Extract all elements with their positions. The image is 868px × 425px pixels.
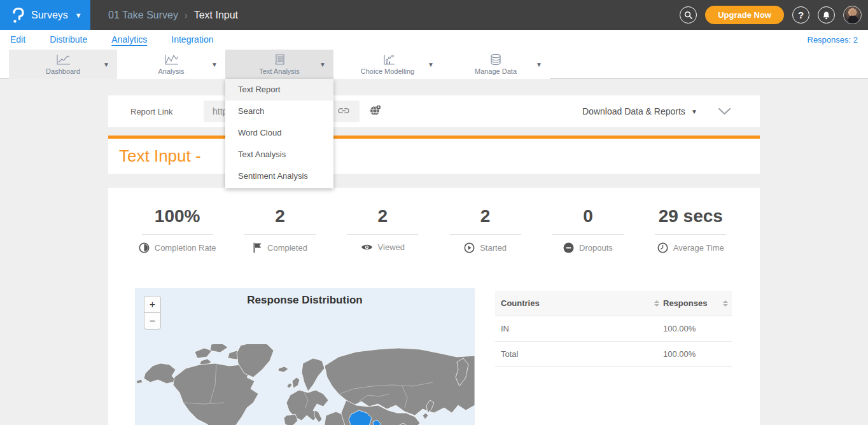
- sort-responses-icon[interactable]: [719, 300, 732, 307]
- nav-item-integration[interactable]: Integration: [171, 34, 213, 46]
- countries-table-header: Countries Responses: [495, 291, 732, 316]
- bell-icon: [822, 11, 830, 20]
- analytics-summary-card: 100% Completion Rate 2: [108, 188, 760, 425]
- question-title: Text Input -: [119, 139, 201, 174]
- stats-row: 100% Completion Rate 2: [108, 188, 760, 253]
- breadcrumb-current-page: Text Input: [194, 10, 238, 21]
- sort-countries-icon[interactable]: [650, 300, 663, 307]
- completion-rate-icon: [139, 242, 150, 253]
- menu-item-word-cloud[interactable]: Word Cloud: [225, 122, 333, 144]
- nav-item-edit[interactable]: Edit: [10, 34, 25, 46]
- text-analysis-report-icon: [273, 53, 286, 66]
- product-switcher[interactable]: Surveys ▼: [0, 0, 90, 30]
- user-avatar[interactable]: [843, 6, 862, 24]
- report-link-bar: Report Link Download Data & Reports ▼: [108, 95, 760, 127]
- stat-completion-rate: 100% Completion Rate: [126, 206, 228, 253]
- responses-cell: 100.00%: [663, 324, 719, 333]
- text-analysis-dropdown-menu: Text Report Search Word Cloud Text Analy…: [225, 79, 333, 188]
- analytics-toolbar: Dashboard ▼ Analysis ▼: [0, 50, 868, 79]
- responses-count[interactable]: Responses: 2: [808, 30, 858, 50]
- download-data-reports-dropdown[interactable]: Download Data & Reports ▼: [582, 95, 697, 127]
- eye-icon: [361, 243, 373, 251]
- chevron-down-icon[interactable]: ▼: [211, 61, 218, 68]
- menu-item-text-report[interactable]: Text Report: [225, 79, 333, 101]
- choice-modelling-chart-icon: [379, 53, 396, 66]
- chevron-down-icon: ▼: [691, 108, 697, 115]
- question-title-card: Text Input -: [108, 139, 760, 174]
- map-zoom-controls: + −: [144, 296, 161, 330]
- search-icon: [684, 11, 692, 19]
- stat-completed: 2 Completed: [228, 206, 331, 253]
- menu-item-text-analysis[interactable]: Text Analysis: [225, 144, 333, 165]
- dashboard-chart-icon: [55, 53, 71, 66]
- top-header: Surveys ▼ 01 Take Survey › Text Input Up…: [0, 0, 868, 30]
- tab-text-analysis[interactable]: Text Analysis ▼: [225, 50, 333, 79]
- stat-average-time: 29 secs Average Time: [640, 206, 742, 253]
- search-button[interactable]: [680, 6, 697, 24]
- country-cell: IN: [495, 324, 650, 333]
- play-icon: [464, 242, 475, 253]
- report-link-label: Report Link: [130, 95, 172, 127]
- breadcrumb: 01 Take Survey › Text Input: [108, 0, 238, 30]
- header-actions: Upgrade Now ?: [680, 0, 862, 30]
- questionpro-logo-icon: [11, 7, 25, 24]
- tab-choice-modelling[interactable]: Choice Modelling ▼: [333, 50, 442, 79]
- analysis-chart-icon: [163, 53, 179, 66]
- stat-viewed: 2 Viewed: [332, 206, 434, 253]
- nav-item-distribute[interactable]: Distribute: [50, 34, 87, 46]
- chevron-down-icon[interactable]: ▼: [319, 61, 326, 68]
- clock-icon: [657, 242, 668, 253]
- tab-dashboard[interactable]: Dashboard ▼: [9, 50, 117, 79]
- product-name: Surveys: [31, 10, 68, 21]
- chevron-down-icon[interactable]: ▼: [428, 61, 434, 68]
- tab-analysis[interactable]: Analysis ▼: [117, 50, 225, 79]
- nav-item-analytics[interactable]: Analytics: [111, 34, 147, 46]
- survey-nav: Edit Distribute Analytics Integration Re…: [0, 30, 868, 50]
- copy-link-icon[interactable]: [337, 106, 350, 118]
- collapse-section-chevron-icon[interactable]: [718, 106, 731, 118]
- map-zoom-out-button[interactable]: −: [144, 312, 161, 330]
- responses-cell: 100.00%: [663, 349, 719, 359]
- minus-circle-icon: [563, 242, 574, 253]
- map-title: Response Distribution: [135, 294, 475, 307]
- chevron-down-icon: ▼: [75, 11, 82, 19]
- globe-privacy-icon[interactable]: [369, 104, 382, 120]
- database-icon: [489, 53, 502, 66]
- notifications-button[interactable]: [818, 6, 835, 24]
- map-zoom-in-button[interactable]: +: [144, 296, 161, 313]
- breadcrumb-separator: ›: [185, 10, 188, 20]
- chevron-down-icon[interactable]: ▼: [103, 61, 109, 68]
- table-row-in: IN 100.00%: [495, 316, 732, 342]
- responses-column-header[interactable]: Responses: [663, 298, 719, 308]
- upgrade-now-button[interactable]: Upgrade Now: [705, 6, 784, 24]
- tab-manage-data[interactable]: Manage Data ▼: [442, 50, 550, 79]
- world-map-graphic: [135, 344, 475, 425]
- help-button[interactable]: ?: [792, 6, 809, 24]
- menu-item-search[interactable]: Search: [225, 101, 333, 122]
- chevron-down-icon[interactable]: ▼: [536, 61, 542, 68]
- breadcrumb-survey-name[interactable]: 01 Take Survey: [108, 10, 178, 21]
- analytics-page: Surveys ▼ 01 Take Survey › Text Input Up…: [0, 0, 868, 425]
- stat-started: 2 Started: [434, 206, 536, 253]
- country-cell: Total: [495, 349, 650, 359]
- flag-icon: [253, 242, 262, 253]
- question-mark-icon: ?: [798, 10, 804, 20]
- response-distribution-map[interactable]: Response Distribution + −: [135, 288, 475, 425]
- table-row-total: Total 100.00%: [495, 342, 732, 367]
- menu-item-sentiment-analysis[interactable]: Sentiment Analysis: [225, 165, 333, 187]
- countries-table: Countries Responses IN 100.00% Total 100…: [495, 291, 732, 367]
- countries-column-header[interactable]: Countries: [495, 298, 650, 308]
- stat-dropouts: 0 Dropouts: [536, 206, 639, 253]
